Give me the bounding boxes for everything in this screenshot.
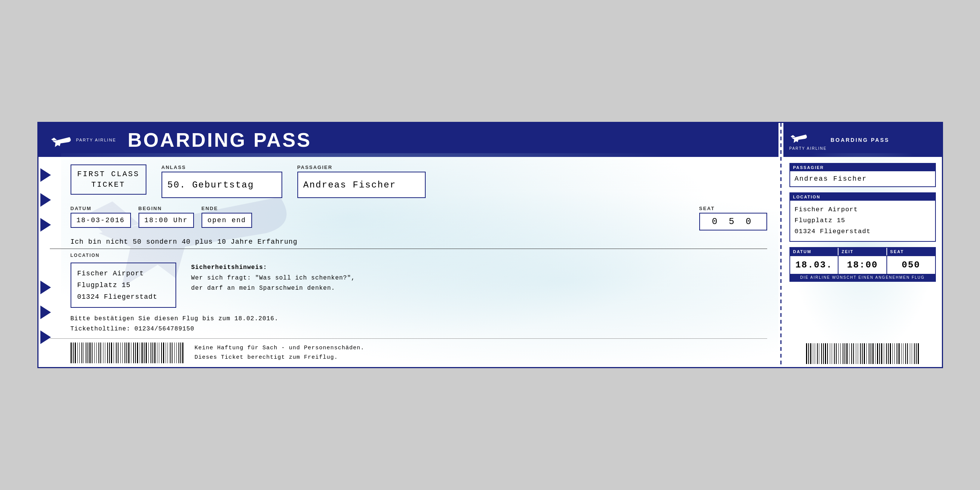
main-section: PARTY AIRLINE BOARDING PASS F [38,123,778,367]
stub-footer-text: DIE AIRLINE WÜNSCHT EINEN ANGENEHMEN FLU… [790,274,935,281]
stub-barcode-section [783,340,942,367]
plane-icon [50,130,72,150]
middle-row: DATUM 18-03-2016 BEGINN 18:00 Uhr ENDE o… [50,205,767,231]
bottom-section: LOCATION Fischer Airport Flugplatz 15 01… [50,253,767,334]
datum-value: 18-03-2016 [70,213,131,228]
stub-zeit-value: 18:00 [838,256,887,274]
anlass-label: ANLASS [162,164,282,170]
beginn-group: BEGINN 18:00 Uhr [138,205,194,228]
header-logo: PARTY AIRLINE [50,130,117,150]
stub-passagier-value: Andreas Fischer [790,171,935,186]
passagier-label: PASSAGIER [298,164,426,170]
stub-bottom-values: 18.03. 18:00 050 [790,255,935,274]
beginn-value: 18:00 Uhr [138,213,194,228]
stub-passagier-label: PASSAGIER [790,164,935,171]
stub-logo-group: PARTY AIRLINE [789,129,827,151]
no-liability: Keine Haftung für Sach - und Personensch… [195,343,364,363]
stub-zeit-label: ZEIT [838,248,887,255]
stub-seat-value: 050 [887,256,935,274]
passagier-group: PASSAGIER Andreas Fischer [298,164,426,198]
barcode [70,342,183,363]
stub-datum-value: 18.03. [790,256,839,274]
stub-location-label: LOCATION [790,193,935,200]
main-boarding-pass-title: BOARDING PASS [127,129,311,151]
seat-group: SEAT 0 5 0 [699,205,767,231]
confirmation-text: Bitte bestätigen Sie diesen Flug bis zum… [70,314,767,334]
ende-group: ENDE open end [202,205,252,228]
stub-location-value: Fischer Airport Flugplatz 15 01324 Flieg… [790,200,935,241]
header-airline-name: PARTY AIRLINE [76,138,117,142]
seat-value: 0 5 0 [699,213,767,231]
ende-label: ENDE [202,205,252,211]
stub-section: PARTY AIRLINE BOARDING PASS PASSAGIER An… [783,123,942,367]
stub-bottom-box: DATUM ZEIT SEAT 18.03. 18:00 050 DIE AIR… [789,247,936,282]
ticket-separator [780,123,781,367]
first-class-box: FIRST CLASSTICKET [70,164,146,195]
passagier-value: Andreas Fischer [298,172,426,198]
bottom-content: Fischer Airport Flugplatz 15 01324 Flieg… [70,262,767,308]
top-info-row: FIRST CLASSTICKET ANLASS 50. Geburtstag … [50,164,767,198]
seat-label: SEAT [699,205,767,211]
anlass-group: ANLASS 50. Geburtstag [162,164,282,198]
security-notice: Sicherheitshinweis: Wer sich fragt: "Was… [191,262,355,293]
ende-value: open end [202,213,252,228]
stub-header: PARTY AIRLINE BOARDING PASS [783,123,942,157]
content-area: FIRST CLASSTICKET ANLASS 50. Geburtstag … [38,157,778,367]
slogan: Ich bin nicht 50 sondern 40 plus 10 Jahr… [50,238,767,249]
stub-airline-name: PARTY AIRLINE [789,146,827,151]
stub-passagier-box: PASSAGIER Andreas Fischer [789,163,936,187]
stub-location-box: LOCATION Fischer Airport Flugplatz 15 01… [789,192,936,242]
location-box: Fischer Airport Flugplatz 15 01324 Flieg… [70,262,176,308]
stub-seat-label: SEAT [887,248,935,255]
stub-boarding-title: BOARDING PASS [830,137,889,143]
stub-datum-label: DATUM [790,248,839,255]
anlass-value: 50. Geburtstag [162,172,282,198]
beginn-label: BEGINN [138,205,194,211]
stub-barcode [806,343,919,364]
stub-bottom-labels: DATUM ZEIT SEAT [790,248,935,255]
stub-plane-icon [789,129,808,145]
ticket-wrapper: PARTY AIRLINE BOARDING PASS F [37,122,943,368]
main-header: PARTY AIRLINE BOARDING PASS [38,123,778,157]
datum-group: DATUM 18-03-2016 [70,205,131,228]
barcode-section: Keine Haftung für Sach - und Personensch… [50,338,767,367]
datum-label: DATUM [70,205,131,211]
location-label-bottom: LOCATION [70,253,767,258]
stub-content: PASSAGIER Andreas Fischer LOCATION Fisch… [783,157,942,340]
